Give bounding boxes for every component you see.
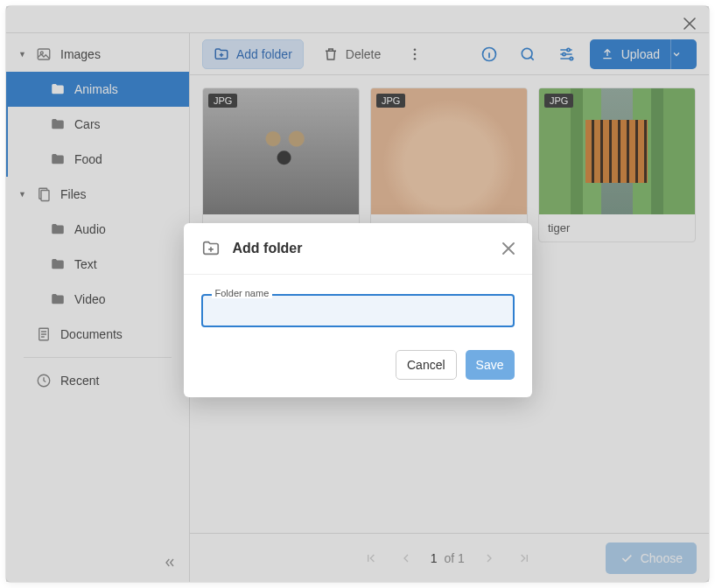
folder-name-field: Folder name bbox=[201, 294, 515, 327]
modal-close-button[interactable] bbox=[502, 242, 515, 255]
file-picker-dialog: ▼ Images Animals bbox=[5, 5, 710, 583]
modal-title: Add folder bbox=[233, 241, 490, 256]
button-label: Cancel bbox=[407, 358, 445, 372]
cancel-button[interactable]: Cancel bbox=[396, 350, 457, 380]
save-button[interactable]: Save bbox=[466, 350, 515, 380]
folder-name-input[interactable] bbox=[203, 296, 513, 326]
modal-overlay[interactable]: Add folder Folder name Cancel Save bbox=[6, 6, 709, 582]
field-label: Folder name bbox=[212, 288, 273, 298]
add-folder-modal: Add folder Folder name Cancel Save bbox=[184, 223, 532, 397]
button-label: Save bbox=[476, 358, 504, 372]
folder-add-icon bbox=[201, 239, 221, 258]
